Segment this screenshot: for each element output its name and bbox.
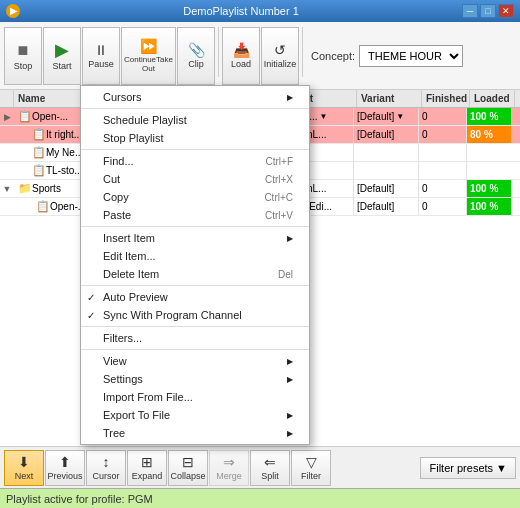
start-icon: ▶ [55, 41, 69, 59]
cm-separator [81, 149, 309, 150]
cm-item-find[interactable]: Find... Ctrl+F [81, 152, 309, 170]
maximize-button[interactable]: □ [480, 4, 496, 18]
filter-presets-button[interactable]: Filter presets ▼ [420, 457, 516, 479]
concept-area: Concept: THEME HOUR [311, 45, 463, 67]
cm-shortcut-paste: Ctrl+V [265, 210, 293, 221]
col-header-loaded[interactable]: Loaded [470, 90, 515, 107]
initialize-label: Initialize [264, 59, 297, 69]
toolbar-separator-1 [218, 27, 219, 77]
pause-icon: ⏸ [94, 43, 108, 57]
cm-shortcut-delete: Del [278, 269, 293, 280]
minimize-button[interactable]: ─ [462, 4, 478, 18]
row-icon: 📋 [32, 146, 46, 159]
row-finished: 0 [418, 198, 466, 215]
main-content: ■ Stop ▶ Start ⏸ Pause ⏩ ContinueTake Ou… [0, 22, 520, 508]
status-text: Playlist active for profile: PGM [6, 493, 153, 505]
cm-item-import[interactable]: Import From File... [81, 388, 309, 406]
concept-dropdown-icon[interactable]: ▼ [320, 112, 328, 121]
app-icon: ▶ [6, 4, 20, 18]
clip-button[interactable]: 📎 Clip [177, 27, 215, 85]
collapse-label: Collapse [170, 471, 205, 481]
merge-button[interactable]: ⇒ Merge [209, 450, 249, 486]
start-button[interactable]: ▶ Start [43, 27, 81, 85]
stop-button[interactable]: ■ Stop [4, 27, 42, 85]
cm-item-filters[interactable]: Filters... [81, 329, 309, 347]
toolbar-group-main: ■ Stop ▶ Start ⏸ Pause ⏩ ContinueTake Ou… [4, 27, 305, 85]
row-finished: 0 [418, 126, 466, 143]
collapse-button[interactable]: ⊟ Collapse [168, 450, 208, 486]
col-header-variant[interactable]: Variant [357, 90, 422, 107]
cm-item-cut[interactable]: Cut Ctrl+X [81, 170, 309, 188]
cm-shortcut-find: Ctrl+F [266, 156, 294, 167]
row-finished: 0 [418, 108, 466, 125]
filter-presets-area: Filter presets ▼ [420, 457, 516, 479]
continue-take-out-button[interactable]: ⏩ ContinueTake Out [121, 27, 176, 85]
concept-label: Concept: [311, 50, 355, 62]
cm-separator [81, 326, 309, 327]
split-button[interactable]: ⇐ Split [250, 450, 290, 486]
row-loaded [466, 162, 511, 179]
row-finished [418, 144, 466, 161]
filter-button[interactable]: ▽ Filter [291, 450, 331, 486]
load-label: Load [231, 59, 251, 69]
cm-item-sync-program[interactable]: Sync With Program Channel [81, 306, 309, 324]
merge-icon: ⇒ [223, 454, 235, 470]
cm-item-copy[interactable]: Copy Ctrl+C [81, 188, 309, 206]
load-button[interactable]: 📥 Load [222, 27, 260, 85]
initialize-button[interactable]: ↺ Initialize [261, 27, 299, 85]
cm-shortcut-cut: Ctrl+X [265, 174, 293, 185]
concept-select[interactable]: THEME HOUR [359, 45, 463, 67]
cm-item-stop-playlist[interactable]: Stop Playlist [81, 129, 309, 147]
cm-item-paste[interactable]: Paste Ctrl+V [81, 206, 309, 224]
expand-button[interactable]: ⊞ Expand [127, 450, 167, 486]
collapse-icon: ⊟ [182, 454, 194, 470]
cm-separator [81, 226, 309, 227]
cm-separator [81, 108, 309, 109]
cm-item-export[interactable]: Export To File [81, 406, 309, 424]
initialize-icon: ↺ [274, 43, 286, 57]
row-variant [353, 162, 418, 179]
expand-icon: ⊞ [141, 454, 153, 470]
cm-item-tree[interactable]: Tree [81, 424, 309, 442]
title-bar: ▶ DemoPlaylist Number 1 ─ □ ✕ [0, 0, 520, 22]
row-variant [353, 144, 418, 161]
cm-item-insert[interactable]: Insert Item [81, 229, 309, 247]
cm-item-view[interactable]: View [81, 352, 309, 370]
close-button[interactable]: ✕ [498, 4, 514, 18]
cm-item-settings[interactable]: Settings [81, 370, 309, 388]
stop-label: Stop [14, 61, 33, 71]
row-finished [418, 162, 466, 179]
row-variant: [Default] [353, 180, 418, 197]
previous-label: Previous [47, 471, 82, 481]
row-expand-arrow: ▶ [0, 112, 14, 122]
window-title: DemoPlaylist Number 1 [20, 5, 462, 17]
col-header-finished[interactable]: Finished [422, 90, 470, 107]
cm-item-delete[interactable]: Delete Item Del [81, 265, 309, 283]
pause-button[interactable]: ⏸ Pause [82, 27, 120, 85]
cursor-button[interactable]: ↕ Cursor [86, 450, 126, 486]
row-icon: 📋 [18, 110, 32, 123]
expand-label: Expand [132, 471, 163, 481]
cm-item-schedule-playlist[interactable]: Schedule Playlist [81, 111, 309, 129]
row-loaded: 100 % [466, 198, 511, 215]
split-icon: ⇐ [264, 454, 276, 470]
cm-item-edit[interactable]: Edit Item... [81, 247, 309, 265]
status-bar: Playlist active for profile: PGM [0, 488, 520, 508]
bottom-toolbar: ⬇ Next ⬆ Previous ↕ Cursor ⊞ Expand ⊟ Co… [0, 446, 520, 488]
row-icon: 📋 [32, 164, 46, 177]
previous-button[interactable]: ⬆ Previous [45, 450, 85, 486]
next-icon: ⬇ [18, 454, 30, 470]
cm-separator [81, 285, 309, 286]
variant-dropdown-icon[interactable]: ▼ [396, 112, 404, 121]
stop-icon: ■ [18, 41, 29, 59]
next-button[interactable]: ⬇ Next [4, 450, 44, 486]
cm-item-auto-preview[interactable]: Auto Preview [81, 288, 309, 306]
cm-shortcut-copy: Ctrl+C [264, 192, 293, 203]
col-arrow-spacer [0, 90, 14, 107]
cursor-label: Cursor [92, 471, 119, 481]
row-loaded: 100 % [466, 108, 511, 125]
start-label: Start [52, 61, 71, 71]
table-area: Name Chan... Stat... Availa... Concept V… [0, 90, 520, 446]
row-icon: 📋 [32, 128, 46, 141]
cm-item-cursors[interactable]: Cursors [81, 90, 309, 106]
